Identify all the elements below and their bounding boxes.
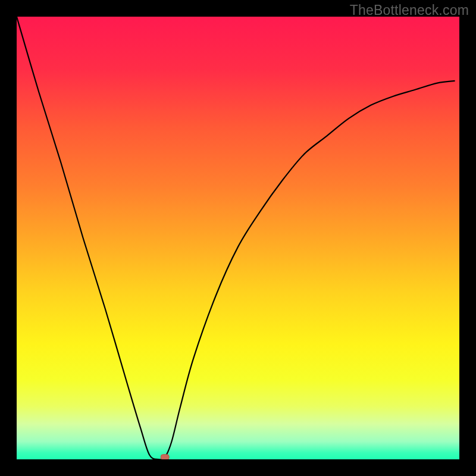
bottleneck-chart (17, 17, 459, 459)
chart-frame (17, 17, 459, 459)
watermark-text: TheBottleneck.com (350, 2, 469, 18)
optimal-point-marker (161, 455, 169, 459)
